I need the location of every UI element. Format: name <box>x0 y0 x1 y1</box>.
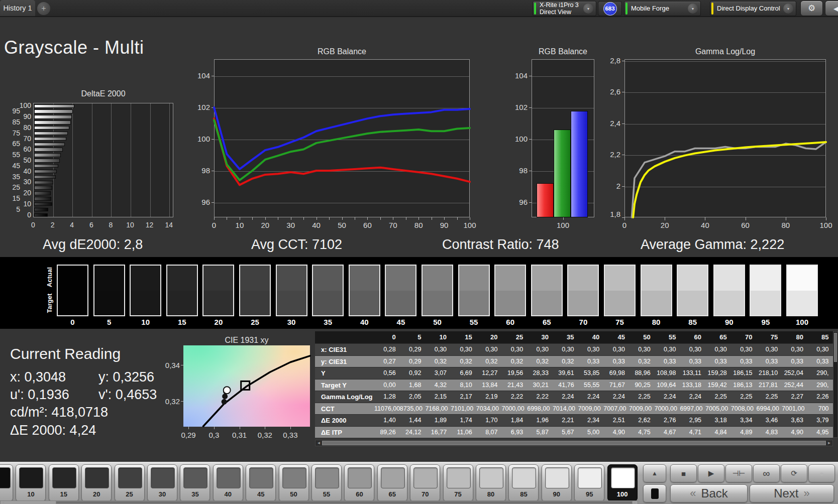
collapse-panel-button[interactable]: ◀ <box>825 1 838 16</box>
cie-measured-point <box>222 394 228 399</box>
stat-average-gamma: Average Gamma: 2,222 <box>641 237 784 253</box>
swatch-level-label: 50 <box>419 318 456 326</box>
grayscale-patch-button-65[interactable]: 65 <box>377 464 407 501</box>
grayscale-patch-button-95[interactable]: 95 <box>574 464 604 501</box>
grayscale-patch-button-40[interactable]: 40 <box>213 464 243 501</box>
patch-window-button[interactable] <box>643 484 666 502</box>
swatch-actual-half <box>240 266 270 291</box>
double-chevron-right-icon: » <box>804 487 810 500</box>
scroll-right-arrow-icon[interactable]: ► <box>633 500 638 504</box>
meter-count-badge[interactable]: 683 <box>598 1 622 16</box>
loop-button[interactable]: ⟳ <box>781 464 807 482</box>
swatch-actual-half <box>131 266 160 291</box>
table-cell: 6,69 <box>451 367 476 380</box>
grayscale-patch-button-25[interactable]: 25 <box>115 464 145 501</box>
table-header-cell: 20 <box>476 331 502 343</box>
table-row: Gamma Log/Log1,282,052,152,172,192,222,2… <box>315 391 833 403</box>
single-read-button[interactable]: ⊣⊢ <box>725 464 752 482</box>
table-horizontal-scrollbar[interactable]: ◄► <box>315 440 833 446</box>
swatch-actual-half <box>678 266 707 291</box>
grayscale-patch-button-90[interactable]: 90 <box>542 464 572 501</box>
table-cell: 0,30 <box>782 344 807 356</box>
next-button[interactable]: Next » <box>750 484 834 502</box>
grayscale-patch-button-45[interactable]: 45 <box>246 464 276 501</box>
measurement-table: 0510152025303540455055606570758085x: CIE… <box>315 331 833 438</box>
meter-dropdown[interactable]: X-Rite i1Pro 3 Direct View ▼ <box>533 1 596 16</box>
settings-button[interactable]: ⚙ <box>800 1 823 16</box>
table-cell: 13,84 <box>476 380 502 392</box>
table-cell: 2,21 <box>553 415 578 427</box>
grayscale-patch-button-80[interactable]: 80 <box>476 464 506 501</box>
table-cell: 0,33 <box>757 356 782 368</box>
axis-tick-label: 96 <box>502 198 528 206</box>
grayscale-patch-button-50[interactable]: 50 <box>279 464 309 501</box>
swatch-actual-half <box>167 266 197 291</box>
axis-tick <box>265 217 266 220</box>
deltae-bar <box>34 109 73 113</box>
table-header-cell: 25 <box>502 331 528 343</box>
gridline <box>111 103 112 217</box>
patch-strip-scrollbar[interactable]: ◄► <box>0 500 638 504</box>
tab-history-1[interactable]: History 1 <box>0 0 35 16</box>
scroll-left-arrow-icon[interactable]: ◄ <box>316 440 322 446</box>
scroll-left-arrow-icon[interactable]: ◄ <box>1 500 6 504</box>
grayscale-patch-button-70[interactable]: 70 <box>410 464 440 501</box>
table-row-label: Gamma Log/Log <box>315 391 374 403</box>
table-cell: 0,33 <box>603 356 629 368</box>
add-tab-button[interactable]: + <box>37 2 50 15</box>
scrollbar-thumb[interactable] <box>322 441 826 445</box>
scrollbar-thumb[interactable] <box>56 501 633 504</box>
meter-name: X-Rite i1Pro 3 <box>540 2 579 9</box>
page-title: Grayscale - Multi <box>4 37 144 58</box>
axis-tick-label: 2,4 <box>595 119 620 128</box>
patch-swatch <box>183 467 207 488</box>
grayscale-patch-button-15[interactable]: 15 <box>49 464 79 501</box>
table-cell: 1,44 <box>400 415 426 427</box>
swatch-actual-half <box>714 266 744 291</box>
table-cell: 2,24 <box>655 391 680 403</box>
stop-button[interactable]: ■ <box>670 464 697 482</box>
table-cell: 0,33 <box>807 356 833 368</box>
continuous-read-button[interactable]: ∞ <box>753 464 780 482</box>
patch-label: 90 <box>542 490 571 498</box>
table-cell: 2,25 <box>705 391 731 403</box>
grayscale-patch-button-75[interactable]: 75 <box>443 464 473 501</box>
grayscale-patch-button-60[interactable]: 60 <box>344 464 374 501</box>
status-indicator[interactable]: ● <box>808 464 835 482</box>
display-control-dropdown[interactable]: Direct Display Control ▼ <box>710 1 796 16</box>
chevron-down-icon: ▼ <box>783 4 793 14</box>
table-header-cell: 35 <box>553 331 578 343</box>
chevron-down-icon: ▼ <box>688 4 698 14</box>
back-button[interactable]: « Back <box>670 484 748 502</box>
grayscale-patch-button-100[interactable]: 100 <box>607 464 638 501</box>
table-cell: 2,51 <box>603 415 629 427</box>
grayscale-patch-button-20[interactable]: 20 <box>81 464 112 501</box>
table-cell: 3,07 <box>425 367 451 380</box>
grayscale-patch-button-55[interactable]: 55 <box>311 464 342 501</box>
play-button[interactable]: ▶ <box>698 464 724 482</box>
scroll-up-button[interactable]: ▲ <box>643 464 666 482</box>
table-row: CCT11076,008735,007168,007101,007034,007… <box>315 403 833 415</box>
grayscale-patch-button-85[interactable]: 85 <box>508 464 539 501</box>
axis-tick-label: 60 <box>738 221 753 229</box>
table-row-label: x: CIE31 <box>315 344 374 356</box>
table-cell: 2,24 <box>603 391 629 403</box>
table-cell: 0,33 <box>655 356 680 368</box>
scroll-right-arrow-icon[interactable]: ► <box>826 440 832 446</box>
table-cell: 7034,00 <box>476 403 502 415</box>
grayscale-patch-button-30[interactable]: 30 <box>147 464 177 501</box>
grayscale-patch-button-10[interactable]: 10 <box>16 464 46 501</box>
table-cell: 1,96 <box>527 415 553 427</box>
scrollbar-thumb[interactable] <box>834 333 837 362</box>
grayscale-patch-button-35[interactable]: 35 <box>180 464 210 501</box>
source-label: Mobile Forge <box>631 5 669 12</box>
patch-swatch <box>413 467 438 488</box>
table-vertical-scrollbar[interactable] <box>833 331 838 438</box>
swatch-level-label: 25 <box>237 318 273 326</box>
swatch-level-label: 85 <box>674 318 711 326</box>
swatch-level-label: 95 <box>747 318 784 326</box>
source-dropdown[interactable]: Mobile Forge ▼ <box>624 1 701 16</box>
grayscale-patch-button-5[interactable]: 5 <box>0 464 13 501</box>
swatch-level-label: 60 <box>492 318 529 326</box>
patch-label: 60 <box>345 490 374 498</box>
